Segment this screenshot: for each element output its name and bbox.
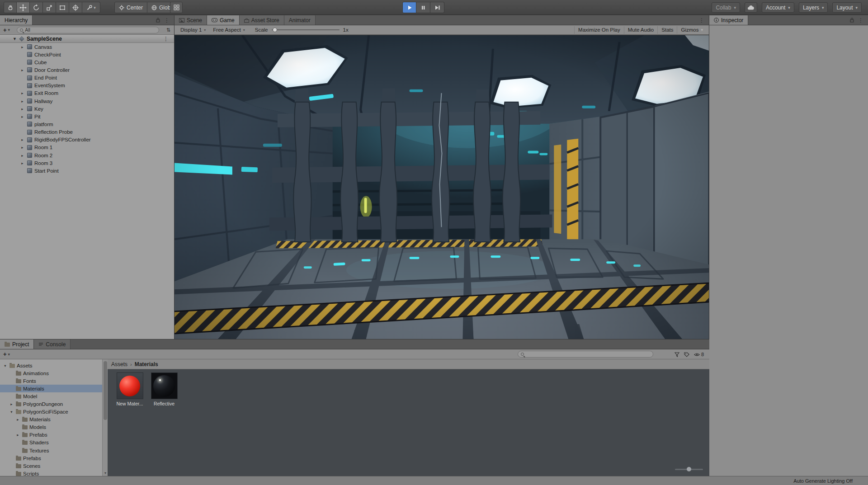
asset-item-new-material[interactable]: New Mater... — [116, 372, 144, 406]
tab-console[interactable]: Console — [34, 339, 71, 349]
expand-caret-icon[interactable]: ▸ — [20, 45, 25, 49]
hierarchy-item[interactable]: End Point — [0, 74, 174, 82]
hierarchy-item[interactable]: ▸Room 3 — [0, 159, 174, 167]
project-tree-item[interactable]: ▾Assets — [0, 362, 102, 369]
panel-menu-icon[interactable]: ⋮ — [858, 18, 863, 23]
project-search-input[interactable] — [518, 351, 653, 358]
rect-tool-button[interactable] — [56, 2, 69, 13]
scene-menu-icon[interactable]: ⋮ — [163, 36, 174, 42]
tab-project[interactable]: Project — [0, 339, 34, 349]
custom-tool-button[interactable]: ▾ — [82, 2, 100, 13]
pause-button[interactable] — [416, 2, 430, 13]
tab-game[interactable]: Game — [207, 15, 240, 25]
hierarchy-item[interactable]: EventSystem — [0, 82, 174, 89]
lock-icon[interactable] — [156, 18, 160, 23]
expand-caret-icon[interactable]: ▸ — [20, 91, 25, 95]
assets-grid[interactable]: New Mater... Reflective — [108, 369, 709, 476]
transform-tool-button[interactable] — [69, 2, 82, 13]
folder-caret-icon[interactable]: ▸ — [15, 433, 20, 437]
layout-dropdown[interactable]: Layout ▾ — [832, 2, 862, 13]
thumbnail-size-slider[interactable] — [675, 467, 703, 471]
create-object-button[interactable]: + ▾ — [0, 25, 13, 34]
folder-caret-icon[interactable]: ▾ — [9, 410, 14, 414]
rotate-tool-button[interactable] — [30, 2, 43, 13]
breadcrumb-current[interactable]: Materials — [135, 361, 158, 367]
project-tree-item[interactable]: Materials — [0, 385, 102, 392]
panel-menu-icon[interactable]: ⋮ — [699, 18, 704, 23]
expand-caret-icon[interactable]: ▸ — [20, 99, 25, 104]
asset-item-reflective[interactable]: Reflective — [150, 372, 178, 406]
play-button[interactable] — [402, 2, 416, 13]
hierarchy-item[interactable]: ▸Key — [0, 105, 174, 113]
slider-thumb[interactable] — [687, 467, 691, 471]
aspect-dropdown[interactable]: Free Aspect ▾ — [209, 26, 248, 34]
hierarchy-item[interactable]: Cube — [0, 58, 174, 66]
cloud-services-button[interactable] — [745, 2, 757, 13]
project-tree-item[interactable]: Prefabs — [0, 454, 102, 462]
expand-caret-icon[interactable]: ▸ — [20, 153, 25, 158]
tab-animator[interactable]: Animator — [284, 15, 316, 25]
project-tree-item[interactable]: Model — [0, 392, 102, 400]
project-tree-item[interactable]: ▸Materials — [0, 416, 102, 424]
panel-menu-icon[interactable]: ⋮ — [164, 18, 170, 23]
project-tree-item[interactable]: Shaders — [0, 439, 102, 447]
hierarchy-item[interactable]: CheckPoint — [0, 51, 174, 58]
hierarchy-item[interactable]: Reflection Probe — [0, 128, 174, 136]
gizmos-dropdown[interactable]: Gizmos ▾ — [677, 26, 707, 34]
hand-tool-button[interactable] — [4, 2, 17, 13]
scale-slider[interactable] — [272, 29, 340, 30]
search-by-type-icon[interactable] — [675, 352, 679, 357]
move-tool-button[interactable] — [17, 2, 30, 13]
tab-inspector[interactable]: Inspector — [709, 15, 748, 25]
tab-scene[interactable]: Scene — [175, 15, 207, 25]
scale-slider-thumb[interactable] — [273, 28, 277, 32]
lock-icon[interactable] — [850, 18, 854, 23]
folder-caret-icon[interactable]: ▾ — [3, 363, 8, 368]
project-tree-item[interactable]: ▸PolygonDungeon — [0, 400, 102, 408]
project-tree-item[interactable]: Scripts — [0, 470, 102, 476]
display-dropdown[interactable]: Display 1 ▾ — [177, 26, 209, 34]
scrollbar-thumb[interactable] — [104, 361, 107, 420]
scene-header-row[interactable]: ▼ SampleScene ⋮ — [0, 35, 174, 43]
hierarchy-item[interactable]: ▸Door Controller — [0, 66, 174, 74]
stats-button[interactable]: Stats — [657, 26, 677, 34]
sort-icon[interactable]: ⇅ — [163, 27, 174, 33]
expand-caret-icon[interactable]: ▸ — [20, 161, 25, 165]
hierarchy-item[interactable]: platform — [0, 120, 174, 128]
step-button[interactable] — [430, 2, 444, 13]
tab-asset-store[interactable]: Asset Store — [240, 15, 284, 25]
hierarchy-item[interactable]: Start Point — [0, 167, 174, 174]
project-tree-item[interactable]: Animations — [0, 369, 102, 377]
project-tree-item[interactable]: Textures — [0, 447, 102, 454]
hierarchy-item[interactable]: ▸Pit — [0, 113, 174, 120]
expand-caret-icon[interactable]: ▸ — [20, 145, 25, 150]
project-tree-item[interactable]: Scenes — [0, 462, 102, 470]
maximize-on-play-button[interactable]: Maximize On Play — [574, 26, 624, 34]
project-tree-item[interactable]: ▾PolygonSciFiSpace — [0, 408, 102, 416]
search-by-label-icon[interactable] — [684, 352, 689, 357]
project-tree-item[interactable]: ▸Prefabs — [0, 431, 102, 439]
hierarchy-item[interactable]: ▸Hallway — [0, 97, 174, 105]
hierarchy-search-input[interactable]: All — [17, 27, 159, 33]
scale-tool-button[interactable] — [43, 2, 56, 13]
collapse-caret-icon[interactable]: ▼ — [13, 37, 17, 41]
folder-caret-icon[interactable]: ▸ — [9, 402, 14, 406]
expand-caret-icon[interactable]: ▸ — [20, 68, 25, 72]
hierarchy-item[interactable]: ▸Exit Room — [0, 89, 174, 97]
hidden-packages-toggle[interactable]: 8 — [694, 352, 704, 357]
hierarchy-item[interactable]: ▸Canvas — [0, 43, 174, 51]
collab-dropdown[interactable]: Collab ▾ — [712, 2, 740, 13]
hierarchy-item[interactable]: ▸Room 1 — [0, 144, 174, 151]
project-tree-item[interactable]: Fonts — [0, 377, 102, 385]
layers-dropdown[interactable]: Layers ▾ — [799, 2, 828, 13]
expand-caret-icon[interactable]: ▸ — [20, 137, 25, 142]
project-tree-scrollbar[interactable]: ▾ — [102, 359, 108, 476]
breadcrumb-root[interactable]: Assets — [111, 361, 127, 367]
hierarchy-item[interactable]: ▸RigidBodyFPSController — [0, 136, 174, 144]
game-viewport[interactable] — [175, 35, 709, 339]
project-create-button[interactable]: + ▾ — [0, 349, 13, 359]
folder-caret-icon[interactable]: ▸ — [15, 417, 20, 422]
hierarchy-item[interactable]: ▸Room 2 — [0, 151, 174, 159]
pivot-toggle-button[interactable]: Center — [114, 2, 147, 13]
grid-snap-button[interactable] — [170, 2, 183, 13]
